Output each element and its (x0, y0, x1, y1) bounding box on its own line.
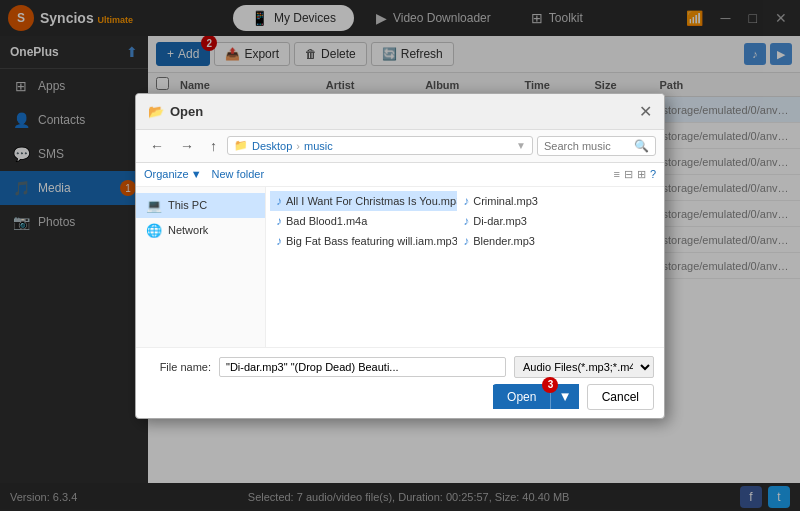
music-file-icon: ♪ (276, 194, 282, 208)
organize-bar: Organize ▼ New folder ≡ ⊟ ⊞ ? (136, 163, 664, 187)
back-button[interactable]: ← (144, 136, 170, 156)
breadcrumb-bar: 📁 Desktop › music ▼ (227, 136, 533, 155)
organize-dropdown-icon: ▼ (191, 168, 202, 180)
music-file-icon: ♪ (276, 234, 282, 248)
forward-button[interactable]: → (174, 136, 200, 156)
dialog-title-bar: 📂 Open ✕ (136, 94, 664, 130)
search-icon[interactable]: 🔍 (634, 139, 649, 153)
search-input[interactable] (544, 140, 634, 152)
filetype-select[interactable]: Audio Files(*.mp3;*.m4a;*.wma (514, 356, 654, 378)
dialog-files-panel: ♪ All I Want For Christmas Is You.mp3 ♪ … (266, 187, 664, 347)
view-grid-icon[interactable]: ⊞ (637, 168, 646, 181)
breadcrumb-desktop[interactable]: Desktop (252, 140, 292, 152)
dialog-footer: File name: Audio Files(*.mp3;*.m4a;*.wma… (136, 347, 664, 418)
open-button[interactable]: Open 3 (493, 385, 550, 409)
file-item[interactable]: ♪ All I Want For Christmas Is You.mp3 (270, 191, 457, 211)
file-item[interactable]: ♪ Blender.mp3 (457, 231, 644, 251)
view-toggle-buttons: ≡ ⊟ ⊞ ? (613, 168, 656, 181)
breadcrumb-music[interactable]: music (304, 140, 333, 152)
file-item[interactable]: ♪ Bad Blood1.m4a (270, 211, 457, 231)
annotation-badge-3: 3 (542, 377, 558, 393)
dialog-sidebar-item-network[interactable]: 🌐 Network (136, 218, 265, 243)
network-icon: 🌐 (146, 223, 162, 238)
filename-label: File name: (146, 361, 211, 373)
up-button[interactable]: ↑ (204, 136, 223, 156)
file-item[interactable]: ♪ Di-dar.mp3 (457, 211, 644, 231)
breadcrumb-dropdown[interactable]: ▼ (516, 140, 526, 151)
computer-icon: 💻 (146, 198, 162, 213)
view-list-icon[interactable]: ≡ (613, 168, 619, 181)
music-file-icon: ♪ (463, 194, 469, 208)
new-folder-button[interactable]: New folder (212, 168, 265, 180)
dialog-sidebar: 💻 This PC 🌐 Network (136, 187, 266, 347)
organize-button[interactable]: Organize ▼ (144, 168, 202, 180)
dialog-buttons: Open 3 ▼ Cancel (146, 384, 654, 410)
open-dialog: 📂 Open ✕ ← → ↑ 📁 Desktop › music ▼ 🔍 (135, 93, 665, 419)
dialog-overlay: 📂 Open ✕ ← → ↑ 📁 Desktop › music ▼ 🔍 (0, 0, 800, 511)
breadcrumb-icon: 📁 (234, 139, 248, 152)
open-button-group: Open 3 ▼ (493, 384, 579, 409)
view-details-icon[interactable]: ⊟ (624, 168, 633, 181)
dialog-title: 📂 Open (148, 104, 203, 119)
dialog-body: 💻 This PC 🌐 Network ♪ All I Want For Chr… (136, 187, 664, 347)
music-file-icon: ♪ (463, 234, 469, 248)
file-item[interactable]: ♪ Big Fat Bass featuring will.iam.mp3 (270, 231, 457, 251)
help-icon[interactable]: ? (650, 168, 656, 181)
search-box: 🔍 (537, 136, 656, 156)
cancel-button[interactable]: Cancel (587, 384, 654, 410)
folder-open-icon: 📂 (148, 104, 164, 119)
music-file-icon: ♪ (463, 214, 469, 228)
dialog-sidebar-item-thispc[interactable]: 💻 This PC (136, 193, 265, 218)
file-item[interactable]: ♪ Criminal.mp3 (457, 191, 644, 211)
filename-input[interactable] (219, 357, 506, 377)
dialog-nav-bar: ← → ↑ 📁 Desktop › music ▼ 🔍 (136, 130, 664, 163)
music-file-icon: ♪ (276, 214, 282, 228)
filename-row: File name: Audio Files(*.mp3;*.m4a;*.wma (146, 356, 654, 378)
dialog-close-button[interactable]: ✕ (639, 102, 652, 121)
